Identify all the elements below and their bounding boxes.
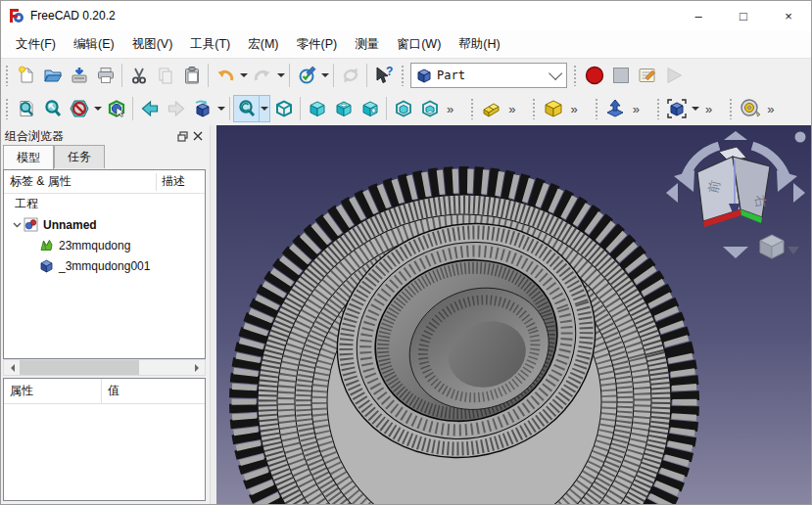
box-element-selection-button[interactable] [103,95,129,122]
compound-icon [666,98,688,119]
tree-item-document[interactable]: Unnamed [4,214,205,235]
scroll-left-arrow[interactable] [4,360,20,375]
toolbar-drag-handle[interactable] [532,98,536,119]
scroll-right-arrow[interactable] [189,360,205,375]
primitive-box-button[interactable] [540,95,566,122]
cut-button[interactable] [125,62,152,89]
panel-splitter[interactable] [210,125,216,504]
navcube-mini-cube-button[interactable] [760,235,784,258]
undo-button[interactable] [212,62,238,89]
close-panel-button[interactable] [190,128,206,144]
menu-macro[interactable]: 宏(M) [239,32,287,57]
expand-chevron-icon[interactable] [10,218,24,232]
tab-model[interactable]: 模型 [3,145,54,169]
toolbar-extension-button[interactable]: » [447,102,454,116]
menu-help[interactable]: 帮助(H) [450,32,508,57]
toolbar-drag-handle[interactable] [401,65,405,86]
view-bottom-button[interactable] [416,95,443,122]
workbench-selector[interactable]: Part [410,63,567,88]
float-panel-button[interactable] [174,128,190,144]
edit-mode-dropdown-button[interactable] [319,62,330,89]
redo-dropdown-button[interactable] [275,62,286,89]
edit-macro-button[interactable] [634,62,660,89]
menu-tools[interactable]: 工具(T) [181,32,239,57]
tree-root-application[interactable]: 工程 [4,194,205,214]
fit-selection-button[interactable] [39,95,66,122]
zoom-icon [237,99,257,118]
toolbar-extension-button[interactable]: » [508,102,515,116]
pan-left-arrow-icon[interactable] [666,183,678,203]
refresh-button[interactable] [337,62,363,89]
view-top-button[interactable] [330,95,357,122]
toolbar-drag-handle[interactable] [656,98,660,119]
save-file-button[interactable] [66,62,92,89]
stop-macro-button[interactable] [607,62,634,89]
menu-view[interactable]: 视图(V) [123,32,182,57]
tree-header-description: 描述 [157,173,205,190]
toolbar-drag-handle[interactable] [5,98,9,119]
whats-this-button[interactable]: ? [370,62,397,89]
home-view-dropdown-button[interactable] [215,95,226,122]
zoom-button[interactable] [233,95,260,122]
fit-all-button[interactable] [13,95,39,122]
view-right-button[interactable] [357,95,383,122]
extrude-button[interactable] [602,95,629,122]
view-rear-button[interactable] [390,95,416,122]
scrollbar-thumb[interactable] [20,360,139,375]
zoom-dropdown-button[interactable] [260,95,270,122]
menu-file[interactable]: 文件(F) [7,32,65,57]
menu-edit[interactable]: 编辑(E) [65,32,123,57]
toolbar-drag-handle[interactable] [5,65,9,86]
toolbar-extension-button[interactable]: » [705,102,712,116]
close-button[interactable]: × [766,1,811,30]
compound-dropdown-button[interactable] [691,95,701,122]
paste-button[interactable] [178,62,205,89]
undo-dropdown-button[interactable] [238,62,249,89]
edit-mode-button[interactable] [293,62,319,89]
navigation-cube[interactable]: 前 右 [662,131,809,260]
menu-part[interactable]: 零件(P) [288,32,347,57]
toolbar-drag-handle[interactable] [470,98,474,119]
menu-window[interactable]: 窗口(W) [388,32,450,57]
home-view-icon [193,99,213,118]
pan-right-arrow-icon[interactable] [793,183,805,203]
nav-back-button[interactable] [136,95,163,122]
tilt-up-arrow-icon[interactable] [724,131,747,140]
toolbar-drag-handle[interactable] [729,98,733,119]
redo-button[interactable] [249,62,275,89]
nav-forward-button[interactable] [163,95,189,122]
open-file-button[interactable] [39,62,66,89]
cut-icon [129,66,149,85]
maximize-button[interactable]: □ [721,1,766,30]
view-front-button[interactable] [304,95,330,122]
new-file-button[interactable] [13,62,39,89]
axonometric-button[interactable] [270,95,297,122]
home-view-button[interactable] [189,95,215,122]
menu-measure[interactable]: 测量 [346,32,388,57]
tilt-down-arrow-icon[interactable] [723,247,748,258]
toolbar-drag-handle[interactable] [595,98,598,119]
tab-tasks[interactable]: 任务 [54,145,105,168]
3d-viewport[interactable]: 前 右 [216,125,811,504]
compound-button[interactable] [664,95,691,122]
toolbar-extension-button[interactable]: » [570,102,577,116]
tree-item-part[interactable]: _3mmqudong001 [4,255,205,276]
minimize-button[interactable]: – [676,1,721,30]
axonometric-icon [274,99,294,118]
record-macro-button[interactable] [581,62,607,89]
tree-item-mesh[interactable]: 23mmqudong [4,235,205,255]
navcube-menu-dot[interactable] [795,132,806,143]
execute-macro-button[interactable] [660,62,687,89]
part-features-button[interactable] [478,95,504,122]
draw-style-dropdown-button[interactable] [92,95,103,122]
copy-button[interactable] [152,62,178,89]
navcube-dropdown-icon[interactable] [788,247,799,254]
toolbar-drag-handle[interactable] [573,65,577,86]
measure-button[interactable] [737,95,763,122]
print-button[interactable] [92,62,119,89]
tree-horizontal-scrollbar[interactable] [3,359,206,376]
toolbar-extension-button[interactable]: » [767,102,774,116]
toolbar-extension-button[interactable]: » [633,102,640,116]
draw-style-button[interactable] [66,95,92,122]
print-icon [96,66,116,85]
